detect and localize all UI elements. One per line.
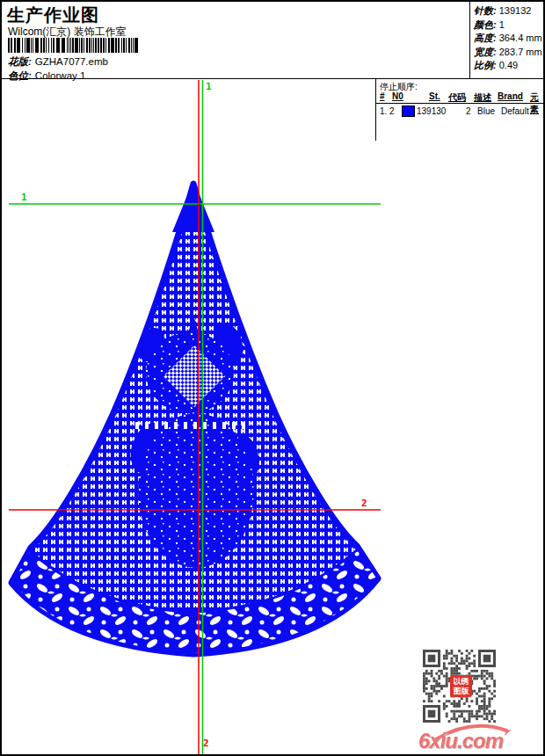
height-value: 364.4 mm	[499, 33, 542, 43]
height-label: 高度:	[474, 33, 497, 43]
stitch-count-row: 针数: 139132	[474, 4, 545, 18]
design-file-label: 花版:	[8, 56, 32, 67]
row-seq: 1. 2	[380, 106, 395, 116]
scale-value: 0.49	[499, 60, 518, 70]
stop-sequence-panel: 停止顺序: # N0 St. 代码 描述 Brand 元素 1. 2 13913…	[375, 79, 544, 141]
col-st: St.	[429, 91, 440, 101]
width-row: 宽度: 283.7 mm	[474, 46, 545, 60]
col-brand: Brand	[498, 91, 523, 101]
width-value: 283.7 mm	[499, 47, 542, 57]
page-title: 生产作业图	[7, 4, 99, 27]
color-count-value: 1	[499, 19, 505, 30]
row-st: 139130	[417, 106, 446, 116]
table-header-rule	[376, 103, 544, 104]
row-code: 2	[466, 106, 471, 116]
marker-end-right: 2	[361, 498, 367, 509]
stitch-count-value: 139132	[499, 5, 532, 16]
color-count-label: 颜色:	[474, 19, 497, 30]
stitch-count-label: 针数:	[474, 5, 497, 16]
marker-start-top: 1	[206, 81, 212, 92]
marker-end-bottom: 2	[203, 738, 209, 749]
shawl-apex	[172, 180, 214, 232]
col-code: 代码	[448, 91, 466, 104]
watermark-text: 6xiu.com	[418, 729, 503, 753]
scale-label: 比例:	[474, 60, 497, 70]
col-n0: N0	[392, 91, 403, 101]
row-desc: Blue	[477, 106, 495, 116]
production-worksheet-page: 生产作业图 Wilcom(汇京) 装饰工作室 花版:GZHA7077.emb 色…	[0, 0, 545, 756]
scale-row: 比例: 0.49	[474, 59, 545, 73]
red-seal-stamp: 以绣 图版	[450, 675, 472, 697]
site-watermark: 6xiu.com	[417, 723, 522, 755]
color-count-row: 颜色: 1	[474, 18, 545, 33]
design-stats-panel: 针数: 139132 颜色: 1 高度: 364.4 mm 宽度: 283.7 …	[469, 2, 545, 78]
thread-color-swatch	[402, 105, 415, 117]
col-element: 元素	[530, 91, 544, 116]
width-label: 宽度:	[474, 47, 497, 57]
marker-start-left: 1	[21, 192, 27, 203]
height-row: 高度: 364.4 mm	[474, 32, 545, 46]
design-file-value: GZHA7077.emb	[35, 56, 108, 67]
design-barcode	[8, 38, 140, 53]
row-brand: Default	[501, 106, 529, 116]
col-desc: 描述	[474, 91, 491, 104]
design-file-row: 花版:GZHA7077.emb	[8, 55, 108, 69]
col-number: #	[380, 91, 385, 101]
